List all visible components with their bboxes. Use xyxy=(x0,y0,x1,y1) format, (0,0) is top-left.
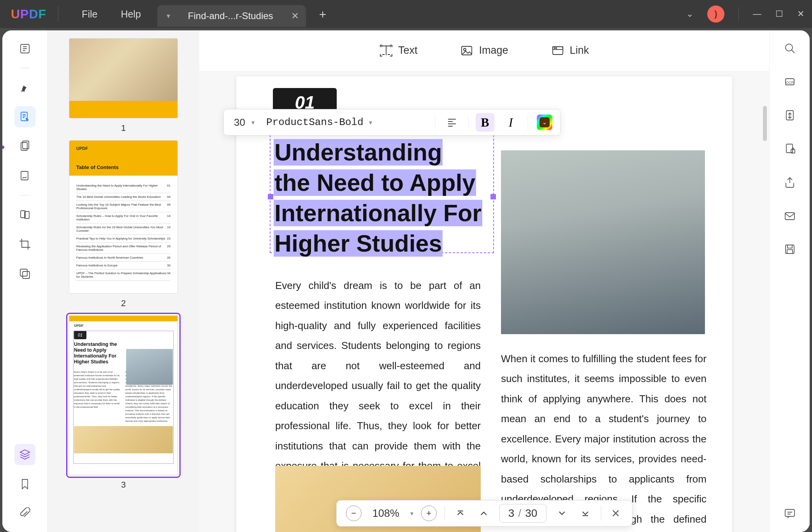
layers-icon xyxy=(19,448,31,461)
dropdown-icon[interactable]: ▾ xyxy=(251,119,255,126)
page-image[interactable] xyxy=(501,150,705,334)
close-button[interactable]: ✕ xyxy=(797,9,804,19)
tab-dropdown-icon[interactable]: ▾ xyxy=(167,12,170,20)
thumbnail-item[interactable]: UPDF 01 Understanding the Need to Apply … xyxy=(69,315,178,490)
separator xyxy=(738,7,739,21)
close-bar-button[interactable]: ✕ xyxy=(609,507,622,520)
prev-page-button[interactable] xyxy=(476,506,492,521)
thumb-chapter: 01 xyxy=(74,331,86,339)
zoom-in-button[interactable]: + xyxy=(421,506,437,521)
editor-area: Text Image Link 30 ▾ xyxy=(199,30,769,532)
toc-row: UPDF – The Perfect Solution to Prepare S… xyxy=(76,270,170,281)
svg-rect-8 xyxy=(23,271,30,278)
organize-pages-button[interactable] xyxy=(14,136,35,157)
edit-link-button[interactable]: Link xyxy=(551,44,589,57)
menu-file[interactable]: File xyxy=(70,9,109,20)
separator xyxy=(527,115,527,130)
stack-icon xyxy=(19,268,31,280)
dropdown-icon[interactable]: ▾ xyxy=(369,119,372,126)
font-family-control[interactable]: ProductSans-Bold ▾ xyxy=(266,116,428,128)
body-text-left[interactable]: Every child's dream is to be part of an … xyxy=(275,276,481,496)
thumb-toc-title: Table of Contents xyxy=(76,164,119,170)
thumbnail-page-2[interactable]: UPDF Table of Contents Understanding the… xyxy=(69,140,178,294)
search-icon xyxy=(784,42,796,55)
scrollbar-thumb[interactable] xyxy=(763,106,767,141)
thumbnails-panel[interactable]: 1 UPDF Table of Contents Understanding t… xyxy=(47,30,199,532)
toc-row: Famous Institutions in North American Co… xyxy=(76,254,170,262)
next-page-button[interactable] xyxy=(554,506,569,521)
italic-icon: I xyxy=(509,115,513,130)
chevron-down-icon[interactable]: ⌄ xyxy=(686,9,693,19)
reader-mode-button[interactable] xyxy=(14,38,35,59)
edit-image-button[interactable]: Image xyxy=(460,44,508,57)
email-button[interactable] xyxy=(781,207,798,224)
page-number-input[interactable]: 3 / 30 xyxy=(499,504,547,523)
comment-tool-button[interactable] xyxy=(14,77,35,98)
minimize-button[interactable]: — xyxy=(753,9,761,19)
bold-button[interactable]: B xyxy=(476,113,494,132)
font-size-value: 30 xyxy=(234,116,245,129)
last-page-button[interactable] xyxy=(577,506,593,521)
lock-page-icon xyxy=(784,143,796,155)
thumb-toc-body: Understanding the Need to Apply Internat… xyxy=(69,176,178,289)
protect-button[interactable] xyxy=(781,140,798,157)
menu-help[interactable]: Help xyxy=(109,9,152,20)
save-icon xyxy=(784,243,796,255)
convert-icon xyxy=(784,109,796,122)
resize-handle-left[interactable] xyxy=(268,194,273,199)
link-icon xyxy=(551,44,564,57)
italic-button[interactable]: I xyxy=(501,113,520,132)
thumb-image xyxy=(69,39,178,101)
comments-panel-button[interactable] xyxy=(781,505,798,522)
thumbnail-page-3[interactable]: UPDF 01 Understanding the Need to Apply … xyxy=(69,315,178,475)
close-icon[interactable]: ✕ xyxy=(291,11,299,21)
align-button[interactable] xyxy=(443,113,461,132)
zoom-value[interactable]: 108% xyxy=(369,507,402,520)
crop-button[interactable] xyxy=(14,234,35,255)
thumbnail-number: 2 xyxy=(121,298,126,308)
thumbnail-page-1[interactable] xyxy=(69,38,178,118)
zoom-dropdown-icon[interactable]: ▾ xyxy=(410,510,413,517)
attachments-button[interactable] xyxy=(14,503,35,524)
fill-sign-button[interactable] xyxy=(14,166,35,187)
convert-button[interactable] xyxy=(781,107,798,124)
right-tool-rail: OCR xyxy=(769,30,810,532)
font-size-control[interactable]: 30 ▾ xyxy=(229,116,259,129)
share-button[interactable] xyxy=(781,174,798,191)
document-tab[interactable]: ▾ Find-and-...r-Studies ✕ xyxy=(157,5,306,27)
search-button[interactable] xyxy=(781,40,798,57)
svg-text:OCR: OCR xyxy=(786,81,794,85)
page-viewport[interactable]: 30 ▾ ProductSans-Bold ▾ B I xyxy=(199,71,769,532)
watermark-button[interactable] xyxy=(14,263,35,284)
thumbnails-panel-button[interactable] xyxy=(14,444,35,465)
thumb-image xyxy=(74,426,173,453)
font-name-value: ProductSans-Bold xyxy=(266,116,364,128)
svg-rect-23 xyxy=(787,245,792,248)
document-page[interactable]: 01 Understanding the Need to Apply Inter… xyxy=(236,76,732,532)
heading-line: Understanding xyxy=(274,139,443,166)
zoom-out-button[interactable]: − xyxy=(346,506,362,521)
toc-row: Looking Into the Top 10 Subject Majors T… xyxy=(76,201,170,212)
thumbnail-item[interactable]: 1 xyxy=(69,38,178,133)
window-controls: ⌄ ) — ☐ ✕ xyxy=(686,5,804,23)
edit-page-icon xyxy=(19,111,31,123)
edit-text-button[interactable]: Text xyxy=(380,44,418,57)
double-page-icon xyxy=(19,208,31,221)
thumbnail-item[interactable]: UPDF Table of Contents Understanding the… xyxy=(69,140,178,308)
bookmark-icon xyxy=(19,478,31,490)
document-tabs: ▾ Find-and-...r-Studies ✕ ＋ xyxy=(157,0,329,28)
page-tools-button[interactable] xyxy=(14,204,35,225)
ocr-button[interactable]: OCR xyxy=(781,73,798,90)
edit-pdf-button[interactable] xyxy=(14,106,35,127)
user-avatar[interactable]: ) xyxy=(707,5,724,23)
new-tab-button[interactable]: ＋ xyxy=(317,6,329,22)
text-color-button[interactable]: ⌄ xyxy=(534,113,555,132)
maximize-button[interactable]: ☐ xyxy=(775,9,783,19)
thumb-logo: UPDF xyxy=(76,146,170,151)
save-button[interactable] xyxy=(781,241,798,258)
chat-icon xyxy=(784,507,796,520)
bookmarks-button[interactable] xyxy=(14,474,35,495)
paperclip-icon xyxy=(19,507,31,520)
page-heading[interactable]: Understanding the Need to Apply Internat… xyxy=(274,137,492,259)
first-page-button[interactable] xyxy=(453,506,468,521)
